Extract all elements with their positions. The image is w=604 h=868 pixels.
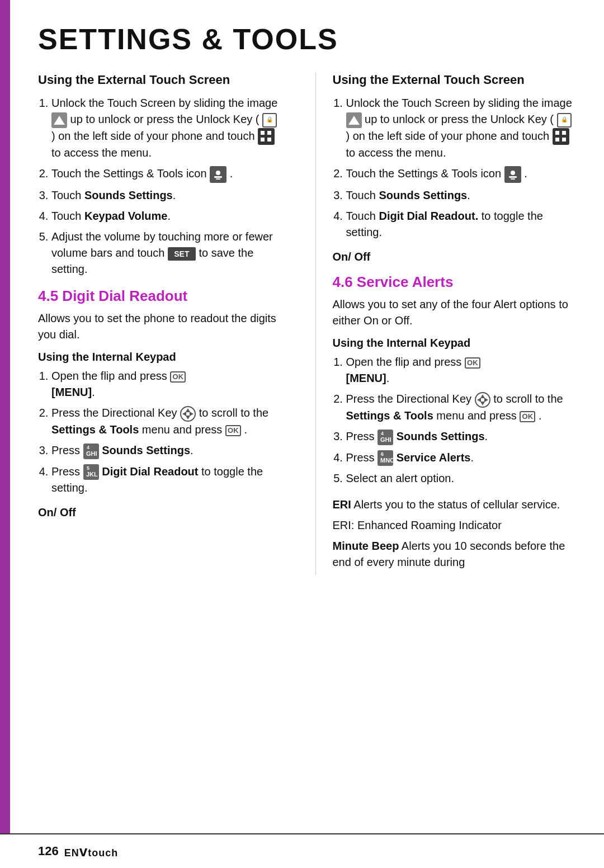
chapter-46-description: Allows you to set any of the four Alert … [333,296,577,329]
menu-grid-icon [258,128,275,145]
page-title: SETTINGS & TOOLS [38,22,576,56]
svg-text:JKL: JKL [86,471,98,478]
list-item: Press 5 JKL Digit Dial Readout to toggle… [51,464,282,497]
list-item: Touch Digit Dial Readout. to toggle the … [346,208,577,240]
key-6-icon: 6 MNO [378,450,393,466]
left-bar [0,0,10,833]
svg-marker-34 [480,394,485,398]
svg-rect-5 [261,138,265,141]
svg-marker-14 [182,412,186,416]
list-item: Press 4 GHI Sounds Settings. [51,442,282,459]
key-5-icon: 5 JKL [83,464,99,480]
list-item: Press the Directional Key to scroll to t… [51,405,282,438]
minute-beep-line: Minute Beep Alerts you 10 seconds before… [333,538,577,570]
right-column: Using the External Touch Screen Unlock t… [315,73,577,575]
svg-rect-3 [261,131,265,135]
brand-touch: TOUCH [88,847,118,858]
triangle-up-icon [51,112,67,128]
ok-button-icon: OK [170,371,186,383]
list-item: Unlock the Touch Screen by sliding the i… [51,95,282,161]
content-wrapper: SETTINGS & TOOLS Using the External Touc… [10,0,604,597]
svg-rect-31 [509,176,517,178]
svg-rect-9 [214,176,222,178]
list-item: Touch Sounds Settings. [51,187,282,204]
footer: 126 enVTOUCH [0,833,604,868]
svg-text:6: 6 [381,451,384,457]
set-button-icon: SET [168,247,196,261]
page-container: SETTINGS & TOOLS Using the External Touc… [0,0,604,868]
key-4-icon-r: 4 GHI [378,430,393,445]
svg-rect-2 [258,128,275,145]
right-internal-list: Open the flip and press OK [MENU]. Press… [333,354,577,487]
svg-text:GHI: GHI [86,450,97,457]
svg-rect-24 [553,128,569,145]
ok-button-icon: OK [225,425,241,436]
left-internal-keypad-heading: Using the Internal Keypad [38,351,282,364]
list-item: Press 4 GHI Sounds Settings. [346,428,577,445]
left-on-off: On/ Off [38,506,282,519]
svg-rect-6 [267,138,271,141]
footer-brand: enVTOUCH [64,843,118,860]
svg-text:5: 5 [87,465,89,471]
svg-marker-37 [484,398,488,402]
ok-button-icon-r2: OK [520,411,535,422]
svg-rect-26 [562,131,566,135]
menu-grid-icon-right [553,128,569,145]
right-section1-heading: Using the External Touch Screen [333,73,577,87]
svg-text:MNO: MNO [380,457,393,464]
list-item: Touch the Settings & Tools icon . [51,166,282,183]
list-item: Open the flip and press OK [MENU]. [346,354,577,386]
list-item: Select an alert option. [346,470,577,487]
svg-marker-36 [477,398,481,402]
svg-rect-4 [267,131,271,135]
svg-marker-13 [186,416,190,419]
settings-tools-icon [210,166,226,183]
right-section1-list: Unlock the Touch Screen by sliding the i… [333,95,577,240]
svg-rect-25 [555,131,559,135]
footer-page-number: 126 [38,844,59,858]
eri-line: ERI Alerts you to the status of cellular… [333,497,577,513]
chapter-46-heading: 4.6 Service Alerts [333,273,577,291]
svg-rect-27 [555,138,559,141]
svg-rect-28 [562,138,566,141]
right-internal-keypad-heading: Using the Internal Keypad [333,337,577,350]
directional-key-icon-r [475,392,490,408]
list-item: Adjust the volume by touching more or fe… [51,229,282,277]
list-item: Touch Sounds Settings. [346,187,577,204]
triangle-up-icon-right [346,112,362,128]
svg-point-8 [216,171,220,175]
svg-text:4: 4 [381,431,384,436]
ok-button-icon-r: OK [465,357,480,369]
left-section1-list: Unlock the Touch Screen by sliding the i… [38,95,282,277]
svg-marker-12 [186,408,190,412]
unlock-key-icon: 🔒 [262,113,277,128]
settings-tools-icon-right [504,166,521,183]
list-item: Touch the Settings & Tools icon . [346,166,577,183]
chapter-45-description: Allows you to set the phone to readout t… [38,310,282,343]
svg-marker-15 [190,412,194,416]
left-internal-list: Open the flip and press OK [MENU]. Press… [38,368,282,496]
left-section1-heading: Using the External Touch Screen [38,73,282,87]
two-column-layout: Using the External Touch Screen Unlock t… [38,73,576,575]
svg-text:4: 4 [87,445,89,450]
svg-text:GHI: GHI [380,436,391,443]
svg-point-30 [511,171,515,175]
list-item: Touch Keypad Volume. [51,208,282,224]
list-item: Press the Directional Key to scroll to t… [346,391,577,424]
list-item: Unlock the Touch Screen by sliding the i… [346,95,577,161]
svg-rect-32 [511,178,515,180]
eri-expanded: ERI: Enhanced Roaming Indicator [333,517,577,534]
brand-env: enV [64,847,88,858]
svg-marker-35 [480,402,485,405]
list-item: Open the flip and press OK [MENU]. [51,368,282,400]
directional-key-icon [180,406,196,422]
chapter-45-heading: 4.5 Digit Dial Readout [38,287,282,305]
unlock-key-icon-right: 🔒 [557,113,572,128]
key-4-icon: 4 GHI [83,444,99,459]
svg-rect-10 [216,178,220,180]
list-item: Press 6 MNO Service Alerts. [346,450,577,466]
left-column: Using the External Touch Screen Unlock t… [38,73,293,575]
right-on-off: On/ Off [333,251,577,263]
